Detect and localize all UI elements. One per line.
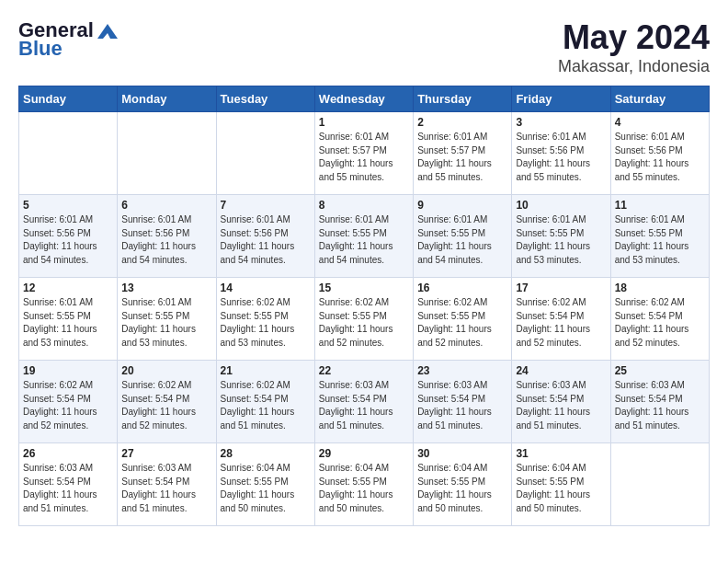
day-content: Sunrise: 6:02 AM Sunset: 5:55 PM Dayligh… [319,296,409,350]
calendar-cell: 8Sunrise: 6:01 AM Sunset: 5:55 PM Daylig… [314,195,413,278]
logo: General Blue [18,18,119,60]
page-title: May 2024 [558,18,710,57]
calendar-cell: 9Sunrise: 6:01 AM Sunset: 5:55 PM Daylig… [414,195,512,278]
calendar-cell: 2Sunrise: 6:01 AM Sunset: 5:57 PM Daylig… [414,112,512,195]
calendar-cell: 3Sunrise: 6:01 AM Sunset: 5:56 PM Daylig… [512,112,610,195]
calendar-cell: 14Sunrise: 6:02 AM Sunset: 5:55 PM Dayli… [216,278,314,361]
day-number: 10 [516,199,606,212]
day-number: 15 [319,282,409,294]
day-number: 19 [23,364,113,377]
day-number: 11 [615,199,705,212]
day-number: 6 [121,199,211,212]
calendar-week-row: 1Sunrise: 6:01 AM Sunset: 5:57 PM Daylig… [19,112,710,195]
day-number: 12 [23,282,113,294]
calendar-cell: 6Sunrise: 6:01 AM Sunset: 5:56 PM Daylig… [118,195,216,278]
day-content: Sunrise: 6:01 AM Sunset: 5:56 PM Dayligh… [516,131,606,184]
day-content: Sunrise: 6:02 AM Sunset: 5:55 PM Dayligh… [417,296,507,350]
day-number: 28 [221,447,311,460]
day-content: Sunrise: 6:01 AM Sunset: 5:55 PM Dayligh… [121,296,211,350]
calendar-cell: 12Sunrise: 6:01 AM Sunset: 5:55 PM Dayli… [19,278,118,361]
calendar-cell: 11Sunrise: 6:01 AM Sunset: 5:55 PM Dayli… [610,195,709,278]
day-content: Sunrise: 6:02 AM Sunset: 5:54 PM Dayligh… [516,296,606,350]
day-number: 30 [417,447,507,460]
day-content: Sunrise: 6:01 AM Sunset: 5:56 PM Dayligh… [121,213,211,267]
calendar-cell: 17Sunrise: 6:02 AM Sunset: 5:54 PM Dayli… [512,278,610,361]
weekday-header-friday: Friday [512,86,610,112]
calendar-cell: 15Sunrise: 6:02 AM Sunset: 5:55 PM Dayli… [314,278,413,361]
day-content: Sunrise: 6:04 AM Sunset: 5:55 PM Dayligh… [417,462,507,515]
calendar-cell: 16Sunrise: 6:02 AM Sunset: 5:55 PM Dayli… [414,278,512,361]
page-subtitle: Makassar, Indonesia [558,57,710,76]
day-content: Sunrise: 6:03 AM Sunset: 5:54 PM Dayligh… [615,379,705,432]
calendar-cell [118,112,216,195]
day-content: Sunrise: 6:02 AM Sunset: 5:54 PM Dayligh… [221,379,311,432]
calendar-cell: 29Sunrise: 6:04 AM Sunset: 5:55 PM Dayli… [314,443,413,526]
day-content: Sunrise: 6:04 AM Sunset: 5:55 PM Dayligh… [319,462,409,515]
calendar-cell: 4Sunrise: 6:01 AM Sunset: 5:56 PM Daylig… [610,112,709,195]
day-number: 3 [516,116,606,129]
day-number: 13 [121,282,211,294]
day-content: Sunrise: 6:01 AM Sunset: 5:55 PM Dayligh… [516,213,606,267]
calendar-week-row: 5Sunrise: 6:01 AM Sunset: 5:56 PM Daylig… [19,195,710,278]
calendar-cell: 31Sunrise: 6:04 AM Sunset: 5:55 PM Dayli… [512,443,610,526]
calendar-week-row: 26Sunrise: 6:03 AM Sunset: 5:54 PM Dayli… [19,443,710,526]
calendar-cell: 24Sunrise: 6:03 AM Sunset: 5:54 PM Dayli… [512,361,610,443]
calendar-table: SundayMondayTuesdayWednesdayThursdayFrid… [18,86,710,526]
calendar-cell: 10Sunrise: 6:01 AM Sunset: 5:55 PM Dayli… [512,195,610,278]
calendar-cell: 19Sunrise: 6:02 AM Sunset: 5:54 PM Dayli… [19,361,118,443]
calendar-cell: 18Sunrise: 6:02 AM Sunset: 5:54 PM Dayli… [610,278,709,361]
day-number: 21 [221,364,311,377]
day-content: Sunrise: 6:02 AM Sunset: 5:54 PM Dayligh… [121,379,211,432]
day-content: Sunrise: 6:02 AM Sunset: 5:55 PM Dayligh… [221,296,311,350]
day-content: Sunrise: 6:01 AM Sunset: 5:55 PM Dayligh… [615,213,705,267]
day-content: Sunrise: 6:01 AM Sunset: 5:56 PM Dayligh… [615,131,705,184]
day-number: 22 [319,364,409,377]
logo-icon [96,22,119,40]
day-number: 20 [121,364,211,377]
calendar-cell: 21Sunrise: 6:02 AM Sunset: 5:54 PM Dayli… [216,361,314,443]
day-number: 17 [516,282,606,294]
weekday-header-monday: Monday [118,86,216,112]
day-number: 16 [417,282,507,294]
day-content: Sunrise: 6:03 AM Sunset: 5:54 PM Dayligh… [319,379,409,432]
day-number: 27 [121,447,211,460]
weekday-header-saturday: Saturday [610,86,709,112]
day-number: 9 [417,199,507,212]
calendar-week-row: 19Sunrise: 6:02 AM Sunset: 5:54 PM Dayli… [19,361,710,443]
day-number: 8 [319,199,409,212]
day-content: Sunrise: 6:01 AM Sunset: 5:57 PM Dayligh… [417,131,507,184]
day-content: Sunrise: 6:01 AM Sunset: 5:57 PM Dayligh… [319,131,409,184]
calendar-cell: 27Sunrise: 6:03 AM Sunset: 5:54 PM Dayli… [118,443,216,526]
day-content: Sunrise: 6:01 AM Sunset: 5:55 PM Dayligh… [417,213,507,267]
day-number: 25 [615,364,705,377]
day-number: 4 [615,116,705,129]
calendar-cell: 25Sunrise: 6:03 AM Sunset: 5:54 PM Dayli… [610,361,709,443]
day-number: 7 [221,199,311,212]
day-number: 26 [23,447,113,460]
calendar-cell: 28Sunrise: 6:04 AM Sunset: 5:55 PM Dayli… [216,443,314,526]
day-content: Sunrise: 6:03 AM Sunset: 5:54 PM Dayligh… [23,462,113,515]
weekday-header-wednesday: Wednesday [314,86,413,112]
weekday-header-tuesday: Tuesday [216,86,314,112]
day-number: 2 [417,116,507,129]
day-content: Sunrise: 6:03 AM Sunset: 5:54 PM Dayligh… [516,379,606,432]
calendar-week-row: 12Sunrise: 6:01 AM Sunset: 5:55 PM Dayli… [19,278,710,361]
day-number: 23 [417,364,507,377]
calendar-cell: 13Sunrise: 6:01 AM Sunset: 5:55 PM Dayli… [118,278,216,361]
calendar-cell: 20Sunrise: 6:02 AM Sunset: 5:54 PM Dayli… [118,361,216,443]
day-number: 24 [516,364,606,377]
day-number: 5 [23,199,113,212]
calendar-cell: 23Sunrise: 6:03 AM Sunset: 5:54 PM Dayli… [414,361,512,443]
day-content: Sunrise: 6:04 AM Sunset: 5:55 PM Dayligh… [516,462,606,515]
calendar-cell: 1Sunrise: 6:01 AM Sunset: 5:57 PM Daylig… [314,112,413,195]
day-content: Sunrise: 6:01 AM Sunset: 5:56 PM Dayligh… [221,213,311,267]
day-number: 31 [516,447,606,460]
day-content: Sunrise: 6:02 AM Sunset: 5:54 PM Dayligh… [615,296,705,350]
day-content: Sunrise: 6:01 AM Sunset: 5:56 PM Dayligh… [23,213,113,267]
header: General Blue May 2024 Makassar, Indonesi… [18,18,710,76]
weekday-header-thursday: Thursday [414,86,512,112]
day-number: 29 [319,447,409,460]
calendar-cell: 7Sunrise: 6:01 AM Sunset: 5:56 PM Daylig… [216,195,314,278]
calendar-cell [19,112,118,195]
calendar-cell: 26Sunrise: 6:03 AM Sunset: 5:54 PM Dayli… [19,443,118,526]
